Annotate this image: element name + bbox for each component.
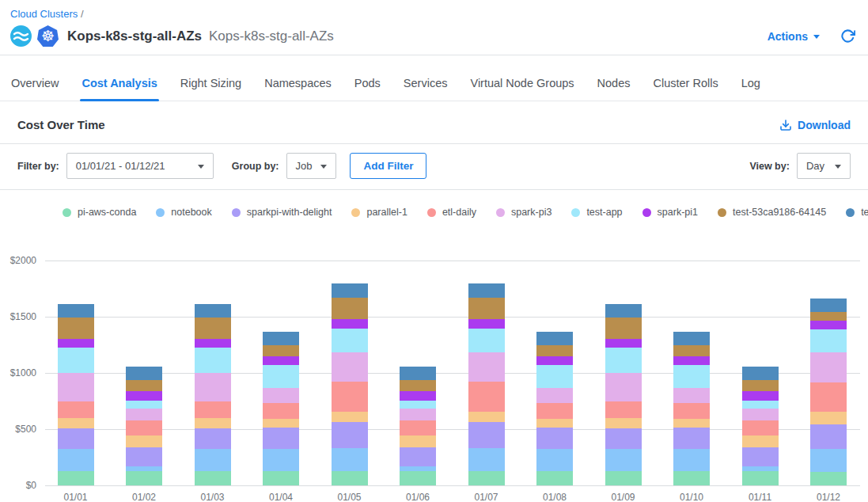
- legend-item-test-app[interactable]: test-app: [571, 207, 622, 218]
- bar-segment-etl-daily[interactable]: [195, 401, 231, 418]
- bar-segment-etl-daily[interactable]: [673, 403, 710, 419]
- bar-segment-sparkpi-with-delight[interactable]: [605, 428, 642, 449]
- bar-segment-spark-pi3[interactable]: [263, 388, 299, 402]
- legend-item-sparkpi-with-delight[interactable]: sparkpi-with-delight: [232, 207, 332, 218]
- bar-segment-spark-pi1[interactable]: [263, 356, 299, 365]
- bar-segment-pi-aws-conda[interactable]: [332, 471, 368, 485]
- bar-segment-sparkpi-with-delight[interactable]: [673, 428, 710, 449]
- bar-segment-etl-daily[interactable]: [605, 401, 642, 418]
- breadcrumb-link-cloud-clusters[interactable]: Cloud Clusters: [10, 8, 78, 20]
- bar-segment-spark-pi1[interactable]: [673, 356, 710, 365]
- bar-segment-test-pkix[interactable]: [605, 304, 642, 318]
- bar-segment-test-53ca9186-64145[interactable]: [332, 298, 368, 319]
- bar-segment-spark-pi1[interactable]: [605, 339, 642, 348]
- bar-segment-notebook[interactable]: [332, 448, 368, 471]
- bar-segment-pi-aws-conda[interactable]: [536, 471, 573, 485]
- tab-nodes[interactable]: Nodes: [597, 77, 631, 101]
- bar-segment-test-pkix[interactable]: [536, 332, 573, 346]
- bar-segment-test-53ca9186-64145[interactable]: [810, 312, 847, 321]
- bar-segment-parallel-1[interactable]: [126, 435, 162, 447]
- bar-segment-pi-aws-conda[interactable]: [468, 471, 505, 485]
- legend-item-parallel-1[interactable]: parallel-1: [351, 207, 407, 218]
- bar-segment-parallel-1[interactable]: [605, 418, 642, 428]
- bar-segment-spark-pi3[interactable]: [126, 409, 162, 420]
- bar-segment-sparkpi-with-delight[interactable]: [332, 422, 368, 448]
- bar-segment-spark-pi3[interactable]: [810, 352, 847, 382]
- actions-button[interactable]: Actions: [768, 30, 820, 43]
- bar-segment-pi-aws-conda[interactable]: [126, 471, 162, 485]
- bar-segment-etl-daily[interactable]: [126, 420, 162, 435]
- bar-segment-test-53ca9186-64145[interactable]: [126, 380, 162, 391]
- legend-item-notebook[interactable]: notebook: [156, 207, 211, 218]
- bar-segment-sparkpi-with-delight[interactable]: [536, 428, 573, 449]
- bar-segment-spark-pi3[interactable]: [673, 388, 710, 402]
- bar-segment-pi-aws-conda[interactable]: [58, 471, 94, 485]
- bar-segment-test-app[interactable]: [536, 365, 573, 388]
- bar-segment-etl-daily[interactable]: [400, 420, 436, 435]
- bar-segment-test-app[interactable]: [263, 365, 299, 388]
- bar-segment-parallel-1[interactable]: [673, 419, 710, 428]
- bar-segment-sparkpi-with-delight[interactable]: [810, 424, 847, 449]
- bar-segment-test-pkix[interactable]: [742, 367, 779, 380]
- bar-segment-sparkpi-with-delight[interactable]: [400, 447, 436, 466]
- bar-segment-spark-pi1[interactable]: [810, 321, 847, 329]
- bar-segment-parallel-1[interactable]: [468, 412, 505, 422]
- tab-right-sizing[interactable]: Right Sizing: [180, 77, 241, 101]
- bar-segment-spark-pi3[interactable]: [742, 409, 779, 420]
- bar-segment-test-pkix[interactable]: [58, 304, 94, 318]
- bar-segment-etl-daily[interactable]: [536, 403, 573, 419]
- bar-segment-spark-pi3[interactable]: [195, 373, 231, 401]
- bar-segment-test-pkix[interactable]: [673, 332, 710, 346]
- bar-segment-sparkpi-with-delight[interactable]: [468, 422, 505, 448]
- bar-segment-pi-aws-conda[interactable]: [263, 471, 299, 485]
- add-filter-button[interactable]: Add Filter: [350, 153, 426, 179]
- bar-segment-test-53ca9186-64145[interactable]: [673, 345, 710, 356]
- bar-segment-sparkpi-with-delight[interactable]: [58, 428, 94, 449]
- bar-segment-test-53ca9186-64145[interactable]: [58, 318, 94, 339]
- bar-segment-etl-daily[interactable]: [810, 382, 847, 412]
- bar-segment-etl-daily[interactable]: [58, 401, 94, 418]
- bar-segment-pi-aws-conda[interactable]: [673, 471, 710, 485]
- bar-segment-notebook[interactable]: [58, 449, 94, 471]
- bar-segment-test-pkix[interactable]: [810, 299, 847, 313]
- bar-segment-test-app[interactable]: [195, 348, 231, 373]
- bar-segment-test-app[interactable]: [673, 365, 710, 388]
- bar-segment-test-app[interactable]: [332, 329, 368, 352]
- bar-segment-sparkpi-with-delight[interactable]: [195, 428, 231, 449]
- bar-segment-spark-pi1[interactable]: [126, 391, 162, 400]
- legend-item-etl-daily[interactable]: etl-daily: [427, 207, 476, 218]
- tab-virtual-node-groups[interactable]: Virtual Node Groups: [470, 77, 574, 101]
- bar-segment-test-53ca9186-64145[interactable]: [468, 298, 505, 319]
- bar-segment-test-53ca9186-64145[interactable]: [605, 318, 642, 339]
- bar-segment-spark-pi1[interactable]: [742, 391, 779, 400]
- bar-segment-spark-pi3[interactable]: [536, 388, 573, 402]
- bar-segment-notebook[interactable]: [468, 448, 505, 471]
- bar-segment-test-pkix[interactable]: [263, 332, 299, 346]
- bar-segment-spark-pi3[interactable]: [58, 373, 94, 401]
- bar-segment-parallel-1[interactable]: [58, 418, 94, 428]
- bar-segment-test-app[interactable]: [605, 348, 642, 373]
- tab-cluster-rolls[interactable]: Cluster Rolls: [654, 77, 718, 101]
- legend-item-spark-pi1[interactable]: spark-pi1: [642, 207, 698, 218]
- bar-segment-test-app[interactable]: [58, 348, 94, 373]
- bar-segment-spark-pi1[interactable]: [58, 339, 94, 348]
- legend-item-test-pkix[interactable]: test-pkix: [846, 207, 868, 218]
- bar-segment-test-53ca9186-64145[interactable]: [400, 380, 436, 391]
- refresh-button[interactable]: [840, 29, 855, 44]
- bar-segment-test-pkix[interactable]: [126, 367, 162, 380]
- bar-segment-pi-aws-conda[interactable]: [195, 471, 231, 485]
- bar-segment-test-pkix[interactable]: [400, 367, 436, 380]
- bar-segment-test-pkix[interactable]: [195, 304, 231, 318]
- bar-segment-parallel-1[interactable]: [263, 419, 299, 428]
- bar-segment-etl-daily[interactable]: [742, 420, 779, 435]
- tab-pods[interactable]: Pods: [354, 77, 381, 101]
- bar-segment-notebook[interactable]: [263, 449, 299, 471]
- bar-segment-spark-pi1[interactable]: [400, 391, 436, 400]
- bar-segment-spark-pi3[interactable]: [332, 352, 368, 382]
- bar-segment-parallel-1[interactable]: [810, 412, 847, 424]
- bar-segment-test-app[interactable]: [810, 329, 847, 353]
- bar-segment-notebook[interactable]: [195, 449, 231, 471]
- legend-item-test-53ca9186-64145[interactable]: test-53ca9186-64145: [718, 207, 826, 218]
- bar-segment-test-53ca9186-64145[interactable]: [742, 380, 779, 391]
- bar-segment-spark-pi3[interactable]: [400, 409, 436, 420]
